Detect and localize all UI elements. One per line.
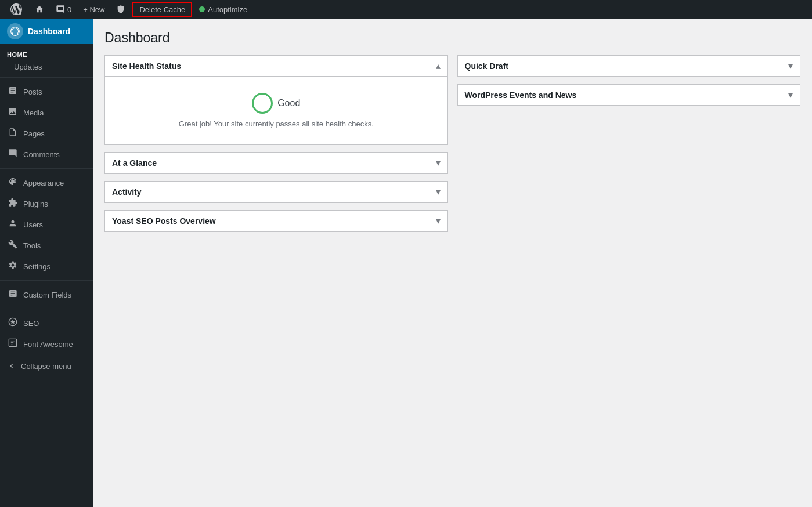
posts-label: Posts	[23, 88, 42, 96]
plugins-icon	[7, 198, 19, 209]
health-description: Great job! Your site currently passes al…	[179, 119, 374, 128]
seo-icon	[7, 317, 19, 329]
sidebar-item-media[interactable]: Media	[0, 102, 93, 123]
wp-logo[interactable]	[5, 0, 28, 19]
custom-fields-icon	[7, 289, 19, 300]
sidebar-item-appearance[interactable]: Appearance	[0, 172, 93, 193]
sidebar-item-pages[interactable]: Pages	[0, 123, 93, 144]
wp-events-title: WordPress Events and News	[465, 90, 577, 100]
activity-header[interactable]: Activity	[105, 182, 447, 202]
sidebar-collapse[interactable]: Collapse menu	[0, 357, 93, 375]
adminbar-home[interactable]	[30, 0, 49, 19]
appearance-icon	[7, 177, 19, 189]
comments-count: 0	[67, 5, 71, 14]
pages-label: Pages	[23, 129, 45, 138]
autoptimize-item[interactable]: Autoptimize	[194, 0, 252, 19]
activity-toggle[interactable]	[436, 186, 441, 197]
wp-events-widget: WordPress Events and News	[457, 84, 801, 106]
right-column: Quick Draft WordPress Events and News	[457, 55, 801, 106]
site-health-header[interactable]: Site Health Status ▴	[105, 56, 447, 77]
content-wrap: Dashboard Home Updates Posts Media Pages	[0, 19, 812, 507]
site-health-status: Good Great job! Your site currently pass…	[114, 86, 438, 135]
site-health-title: Site Health Status	[112, 61, 181, 71]
sidebar-item-comments[interactable]: Comments	[0, 144, 93, 165]
sidebar-divider-1	[0, 77, 93, 78]
posts-icon	[7, 86, 19, 97]
sidebar-dashboard-brand[interactable]: Dashboard	[0, 19, 93, 44]
custom-fields-label: Custom Fields	[23, 291, 71, 299]
dashboard-grid: Site Health Status ▴ Good Great job! You…	[104, 55, 800, 232]
font-awesome-icon	[7, 338, 19, 350]
sidebar-item-updates[interactable]: Updates	[0, 60, 93, 74]
sidebar-divider-3	[0, 280, 93, 281]
quick-draft-toggle[interactable]	[788, 60, 793, 71]
collapse-label: Collapse menu	[21, 362, 71, 371]
appearance-label: Appearance	[23, 179, 64, 187]
yoast-toggle[interactable]	[436, 215, 441, 226]
sidebar-item-font-awesome[interactable]: Font Awesome	[0, 334, 93, 354]
activity-title: Activity	[112, 187, 142, 197]
site-health-body: Good Great job! Your site currently pass…	[105, 77, 447, 144]
left-column: Site Health Status ▴ Good Great job! You…	[104, 55, 448, 232]
settings-label: Settings	[23, 262, 50, 271]
wp-events-toggle[interactable]	[788, 89, 793, 100]
page-title: Dashboard	[104, 30, 800, 46]
site-health-toggle[interactable]: ▴	[436, 60, 441, 71]
yoast-title: Yoast SEO Posts Overview	[112, 216, 216, 226]
delete-cache-button[interactable]: Delete Cache	[132, 2, 192, 17]
sidebar-divider-2	[0, 168, 93, 169]
pages-icon	[7, 128, 19, 139]
users-icon	[7, 219, 19, 230]
media-label: Media	[23, 108, 44, 117]
activity-widget: Activity	[104, 181, 448, 203]
plugins-label: Plugins	[23, 200, 48, 208]
at-a-glance-toggle[interactable]	[436, 157, 441, 168]
at-a-glance-header[interactable]: At a Glance	[105, 153, 447, 173]
home-section-header: Home	[0, 44, 93, 60]
sidebar-item-tools[interactable]: Tools	[0, 235, 93, 256]
tools-icon	[7, 240, 19, 251]
adminbar-new[interactable]: + New	[78, 0, 109, 19]
font-awesome-label: Font Awesome	[23, 340, 73, 349]
seo-label: SEO	[23, 319, 39, 328]
main-content: Dashboard Site Health Status ▴ Good	[93, 19, 812, 507]
sidebar-item-custom-fields[interactable]: Custom Fields	[0, 284, 93, 305]
tools-label: Tools	[23, 241, 41, 250]
quick-draft-header[interactable]: Quick Draft	[458, 56, 800, 77]
comments-nav-label: Comments	[23, 150, 60, 159]
quick-draft-title: Quick Draft	[465, 61, 508, 71]
health-status-label: Good	[277, 98, 300, 108]
adminbar-comments[interactable]: 0	[51, 0, 76, 19]
sidebar-item-plugins[interactable]: Plugins	[0, 193, 93, 214]
at-a-glance-title: At a Glance	[112, 158, 157, 168]
autoptimize-dot	[199, 6, 205, 12]
adminbar-shield[interactable]	[111, 0, 130, 19]
health-circle	[252, 93, 273, 114]
sidebar-item-seo[interactable]: SEO	[0, 313, 93, 334]
settings-icon	[7, 260, 19, 272]
sidebar-brand-label: Dashboard	[28, 27, 70, 36]
media-icon	[7, 107, 19, 118]
sidebar-item-posts[interactable]: Posts	[0, 81, 93, 102]
quick-draft-widget: Quick Draft	[457, 55, 801, 77]
at-a-glance-widget: At a Glance	[104, 152, 448, 174]
users-label: Users	[23, 220, 43, 229]
sidebar-item-settings[interactable]: Settings	[0, 256, 93, 277]
sidebar-divider-4	[0, 309, 93, 309]
sidebar-item-users[interactable]: Users	[0, 214, 93, 235]
wp-events-header[interactable]: WordPress Events and News	[458, 85, 800, 106]
admin-bar: 0 + New Delete Cache Autoptimize	[0, 0, 812, 19]
site-health-widget: Site Health Status ▴ Good Great job! You…	[104, 55, 448, 145]
yoast-widget: Yoast SEO Posts Overview	[104, 210, 448, 232]
comments-icon	[7, 149, 19, 160]
dashboard-icon	[7, 23, 23, 39]
sidebar: Dashboard Home Updates Posts Media Pages	[0, 19, 93, 507]
yoast-header[interactable]: Yoast SEO Posts Overview	[105, 211, 447, 231]
